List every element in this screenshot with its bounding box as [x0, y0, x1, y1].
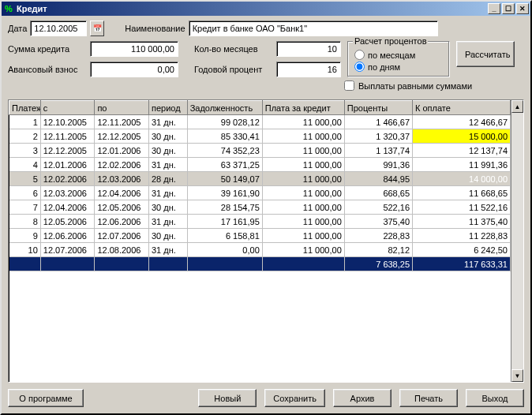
table-cell[interactable]: 11 228,83 — [413, 229, 511, 243]
titlebar[interactable]: % Кредит _ ☐ ✕ — [2, 2, 530, 16]
months-input[interactable] — [276, 41, 341, 57]
table-row[interactable]: 712.04.200612.05.200630 дн.28 154,7511 0… — [9, 200, 511, 215]
table-row[interactable]: 612.03.200612.04.200631 дн.39 161,9011 0… — [9, 186, 511, 200]
table-cell[interactable]: 5 — [9, 172, 41, 186]
table-cell[interactable]: 11 000,00 — [262, 172, 344, 186]
table-cell[interactable]: 12.07.2006 — [40, 243, 95, 257]
exit-button[interactable]: Выход — [466, 389, 524, 407]
radio-by-days[interactable]: по дням — [354, 62, 443, 72]
table-cell[interactable]: 39 161,90 — [187, 186, 262, 200]
table-cell[interactable]: 6 242,50 — [413, 243, 511, 257]
table-cell[interactable]: 30 дн. — [148, 144, 187, 158]
table-cell[interactable]: 1 320,37 — [344, 129, 412, 144]
table-cell[interactable]: 17 161,95 — [187, 215, 262, 229]
table-cell[interactable]: 85 330,41 — [187, 129, 262, 144]
table-cell[interactable]: 7 — [9, 200, 41, 215]
table-cell[interactable]: 11 000,00 — [262, 144, 344, 158]
equal-payments-check[interactable]: Выплаты равными суммами — [344, 80, 515, 91]
table-cell[interactable]: 375,40 — [344, 215, 412, 229]
table-row[interactable]: 512.02.200612.03.200628 дн.50 149,0711 0… — [9, 172, 511, 186]
annual-rate-input[interactable] — [276, 62, 341, 77]
table-cell[interactable]: 12.12.2005 — [95, 129, 149, 144]
table-cell[interactable]: 99 028,12 — [187, 115, 262, 129]
table-cell[interactable]: 1 466,67 — [344, 115, 412, 129]
table-cell[interactable]: 12.03.2006 — [95, 172, 149, 186]
table-row[interactable]: 1012.07.200612.08.200631 дн.0,0011 000,0… — [9, 243, 511, 257]
table-cell[interactable]: 11 000,00 — [262, 243, 344, 257]
table-cell[interactable]: 12.06.2006 — [95, 215, 149, 229]
table-cell[interactable]: 11 375,40 — [413, 215, 511, 229]
name-input[interactable] — [189, 21, 438, 36]
table-cell[interactable]: 14 000,00 — [413, 172, 511, 186]
table-cell[interactable]: 12.12.2005 — [40, 144, 95, 158]
col-header[interactable]: К оплате — [413, 101, 511, 115]
maximize-button[interactable]: ☐ — [502, 3, 515, 14]
save-button[interactable]: Сохранить — [264, 389, 325, 407]
scroll-up-button[interactable]: ▲ — [511, 100, 523, 113]
table-cell[interactable]: 15 000,00 — [413, 129, 511, 144]
table-cell[interactable]: 12.02.2006 — [95, 158, 149, 172]
table-cell[interactable]: 6 158,81 — [187, 229, 262, 243]
table-cell[interactable]: 31 дн. — [148, 215, 187, 229]
table-cell[interactable]: 12.01.2006 — [95, 144, 149, 158]
date-picker-button[interactable]: 📅 — [90, 21, 104, 36]
table-cell[interactable]: 82,12 — [344, 243, 412, 257]
table-cell[interactable]: 10 — [9, 243, 41, 257]
table-cell[interactable]: 12.08.2006 — [95, 243, 149, 257]
scroll-track[interactable] — [511, 113, 523, 369]
table-row[interactable]: 412.01.200612.02.200631 дн.63 371,2511 0… — [9, 158, 511, 172]
table-cell[interactable]: 74 352,23 — [187, 144, 262, 158]
table-cell[interactable]: 31 дн. — [148, 115, 187, 129]
table-cell[interactable]: 12.11.2005 — [95, 115, 149, 129]
table-cell[interactable]: 12.05.2006 — [95, 200, 149, 215]
table-cell[interactable]: 12.11.2005 — [40, 129, 95, 144]
table-cell[interactable]: 12.02.2006 — [40, 172, 95, 186]
table-cell[interactable]: 30 дн. — [148, 129, 187, 144]
payments-grid[interactable]: ПлатежспопериодЗадолженностьПлата за кре… — [8, 99, 524, 383]
table-cell[interactable]: 1 137,74 — [344, 144, 412, 158]
minimize-button[interactable]: _ — [488, 3, 500, 14]
table-cell[interactable]: 2 — [9, 129, 41, 144]
loan-amount-input[interactable] — [90, 41, 178, 57]
archive-button[interactable]: Архив — [333, 389, 392, 407]
table-cell[interactable]: 991,36 — [344, 158, 412, 172]
scroll-down-button[interactable]: ▼ — [511, 369, 523, 382]
equal-payments-input[interactable] — [344, 80, 354, 91]
new-button[interactable]: Новый — [198, 389, 257, 407]
table-cell[interactable]: 11 668,65 — [413, 186, 511, 200]
table-cell[interactable]: 9 — [9, 229, 41, 243]
table-cell[interactable]: 11 000,00 — [262, 215, 344, 229]
table-cell[interactable]: 28 дн. — [148, 172, 187, 186]
vertical-scrollbar[interactable]: ▲ ▼ — [511, 100, 523, 382]
radio-by-months[interactable]: по месяцам — [354, 50, 443, 60]
table-cell[interactable]: 8 — [9, 215, 41, 229]
table-cell[interactable]: 11 000,00 — [262, 186, 344, 200]
table-cell[interactable]: 11 991,36 — [413, 158, 511, 172]
col-header[interactable]: Задолженность — [187, 101, 262, 115]
table-cell[interactable]: 668,65 — [344, 186, 412, 200]
radio-by-days-input[interactable] — [354, 62, 365, 72]
table-row[interactable]: 112.10.200512.11.200531 дн.99 028,1211 0… — [9, 115, 511, 129]
col-header[interactable]: Плата за кредит — [262, 101, 344, 115]
about-button[interactable]: О программе — [8, 389, 84, 407]
table-cell[interactable]: 11 000,00 — [262, 200, 344, 215]
table-cell[interactable]: 228,83 — [344, 229, 412, 243]
table-cell[interactable]: 844,95 — [344, 172, 412, 186]
table-cell[interactable]: 12.05.2006 — [40, 215, 95, 229]
table-cell[interactable]: 12 137,74 — [413, 144, 511, 158]
table-cell[interactable]: 12.07.2006 — [95, 229, 149, 243]
table-cell[interactable]: 6 — [9, 186, 41, 200]
close-button[interactable]: ✕ — [516, 3, 529, 14]
table-cell[interactable]: 11 000,00 — [262, 158, 344, 172]
table-cell[interactable]: 12.10.2005 — [40, 115, 95, 129]
table-cell[interactable]: 12.06.2006 — [40, 229, 95, 243]
table-cell[interactable]: 63 371,25 — [187, 158, 262, 172]
table-cell[interactable]: 4 — [9, 158, 41, 172]
table-row[interactable]: 312.12.200512.01.200630 дн.74 352,2311 0… — [9, 144, 511, 158]
table-row[interactable]: 912.06.200612.07.200630 дн.6 158,8111 00… — [9, 229, 511, 243]
table-cell[interactable]: 11 522,16 — [413, 200, 511, 215]
table-cell[interactable]: 12 466,67 — [413, 115, 511, 129]
table-cell[interactable]: 31 дн. — [148, 186, 187, 200]
table-cell[interactable]: 0,00 — [187, 243, 262, 257]
table-cell[interactable]: 11 000,00 — [262, 115, 344, 129]
